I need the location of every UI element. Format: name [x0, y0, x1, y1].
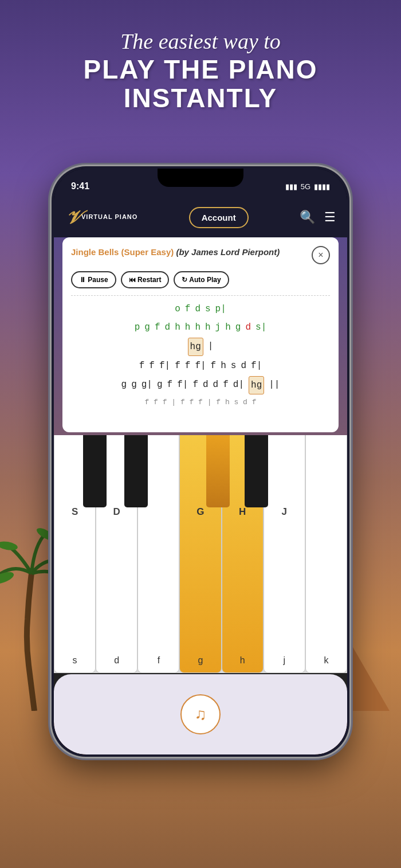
- white-key-j[interactable]: J j: [264, 435, 305, 673]
- white-key-h[interactable]: H h: [222, 435, 264, 673]
- menu-icon[interactable]: ☰: [324, 210, 336, 225]
- note-sheet: o f d s p| p g f d h h h h: [71, 295, 330, 410]
- key-label-d-upper: D: [113, 506, 120, 518]
- highlighted-note: hg: [188, 338, 203, 356]
- music-button[interactable]: ♫: [180, 694, 221, 734]
- key-label-j-upper: J: [282, 506, 287, 518]
- note-line-1: o f d s p|: [71, 300, 330, 318]
- logo-ornament: 𝒱: [65, 207, 78, 228]
- music-note-icon: ♫: [195, 705, 207, 724]
- white-key-f[interactable]: f: [137, 435, 179, 673]
- logo-text: VIRTUAL PIANO: [81, 213, 137, 221]
- song-sheet: Jingle Bells (Super Easy) (by James Lord…: [62, 237, 339, 432]
- bottom-card: ♫: [54, 674, 347, 754]
- account-button[interactable]: Account: [189, 207, 249, 228]
- logo-area: 𝒱 VIRTUAL PIANO: [65, 207, 137, 228]
- note-line-3-highlight: hg |: [71, 338, 330, 356]
- white-key-g[interactable]: G g: [179, 435, 221, 673]
- note-line-2: p g f d h h h h j h g d s|: [71, 319, 330, 336]
- network-label: 5G: [301, 182, 310, 191]
- key-label-g-upper: G: [196, 506, 204, 518]
- header-section: The easiest way to PLAY THE PIANO INSTAN…: [0, 17, 401, 124]
- song-title: Jingle Bells (Super Easy) (by James Lord…: [71, 246, 306, 258]
- app-header: 𝒱 VIRTUAL PIANO Account 🔍 ☰: [54, 197, 347, 237]
- search-icon[interactable]: 🔍: [300, 210, 315, 225]
- pause-button[interactable]: ⏸ Pause: [71, 271, 116, 288]
- close-button[interactable]: ×: [312, 246, 330, 264]
- key-label-k-lower: k: [324, 655, 328, 666]
- song-header: Jingle Bells (Super Easy) (by James Lord…: [71, 246, 330, 264]
- white-key-s[interactable]: S s: [54, 435, 96, 673]
- header-icons: 🔍 ☰: [300, 210, 336, 225]
- song-title-name: Jingle Bells (Super Easy): [71, 247, 174, 257]
- piano-area: S s D d f G g: [54, 435, 347, 673]
- tagline-bold-line2: INSTANTLY: [11, 84, 390, 113]
- key-label-h-lower: h: [240, 655, 245, 666]
- status-icons: ▮▮▮ 5G ▮▮▮▮: [285, 182, 330, 191]
- white-key-d[interactable]: D d: [96, 435, 137, 673]
- key-label-s-lower: s: [73, 655, 77, 666]
- song-title-author: (by James Lord Pierpont): [176, 247, 280, 257]
- status-time: 9:41: [71, 181, 89, 191]
- note-line-6: f f f | f f f | f h s d f: [71, 396, 330, 410]
- key-label-h-upper: H: [239, 506, 246, 518]
- tagline-italic: The easiest way to: [11, 29, 390, 55]
- note-line-5: g g g| g f f| f d d f d| hg ||: [71, 376, 330, 394]
- key-label-g-lower: g: [198, 655, 203, 666]
- note-line-4: f f f| f f f| f h s d f|: [71, 357, 330, 374]
- autoplay-button[interactable]: ↻ Auto Play: [174, 271, 229, 288]
- phone-mockup: 9:41 ▮▮▮ 5G ▮▮▮▮ 𝒱 VIRTUAL PIANO Account…: [52, 166, 349, 757]
- key-label-s-upper: S: [72, 506, 78, 518]
- phone-inner: 9:41 ▮▮▮ 5G ▮▮▮▮ 𝒱 VIRTUAL PIANO Account…: [54, 169, 347, 754]
- white-keys-row: S s D d f G g: [54, 435, 347, 673]
- key-label-d-lower: d: [114, 655, 119, 666]
- signal-icon: ▮▮▮: [285, 182, 297, 191]
- white-key-k[interactable]: k: [305, 435, 347, 673]
- phone-screen: 9:41 ▮▮▮ 5G ▮▮▮▮ 𝒱 VIRTUAL PIANO Account…: [54, 169, 347, 754]
- restart-button[interactable]: ⏮ Restart: [121, 271, 170, 288]
- key-label-j-lower: j: [283, 655, 285, 666]
- piano-container: S s D d f G g: [54, 435, 347, 673]
- controls-bar: ⏸ Pause ⏮ Restart ↻ Auto Play: [71, 271, 330, 288]
- key-label-f-lower: f: [158, 655, 160, 666]
- battery-icon: ▮▮▮▮: [314, 182, 330, 191]
- svg-marker-5: [347, 636, 390, 711]
- tagline-bold-line1: PLAY THE PIANO: [11, 55, 390, 84]
- phone-notch: [158, 169, 243, 187]
